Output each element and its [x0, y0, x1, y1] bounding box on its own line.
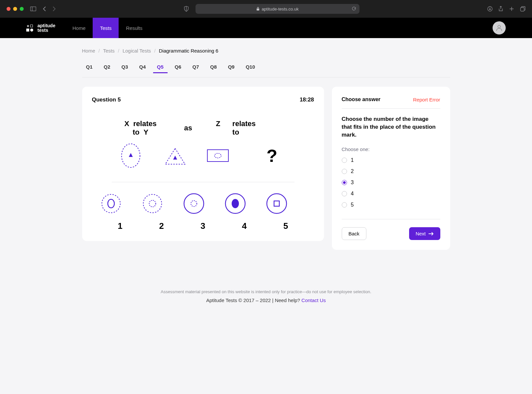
main-nav: Home Tests Results: [65, 18, 150, 38]
sidebar-toggle-icon[interactable]: [30, 7, 36, 11]
question-title: Question 5: [92, 97, 121, 103]
back-icon[interactable]: [43, 6, 46, 11]
radio-icon: [342, 158, 347, 163]
lock-icon: [256, 7, 260, 11]
tabs-icon[interactable]: [520, 6, 525, 12]
report-error-link[interactable]: Report Error: [413, 97, 440, 102]
shape-y: [162, 142, 205, 169]
choice-2[interactable]: 2: [342, 168, 440, 174]
maximize-window[interactable]: [20, 7, 24, 11]
svg-rect-4: [520, 8, 524, 11]
choice-label: 2: [351, 168, 354, 174]
qnav-q4[interactable]: Q4: [135, 61, 150, 73]
nav-results[interactable]: Results: [119, 18, 150, 38]
option-1: 1: [100, 192, 141, 231]
nav-tests[interactable]: Tests: [93, 18, 119, 38]
qnav-q2[interactable]: Q2: [100, 61, 114, 73]
choice-5[interactable]: 5: [342, 202, 440, 208]
choose-one-label: Choose one:: [342, 146, 440, 152]
new-tab-icon[interactable]: [509, 6, 514, 12]
choice-3[interactable]: 3: [342, 180, 440, 186]
logo[interactable]: ✕ aptitude tests: [26, 23, 55, 33]
analogy-gap: as: [162, 124, 215, 138]
choice-label: 3: [351, 180, 354, 186]
back-button[interactable]: Back: [342, 227, 366, 240]
close-window[interactable]: [7, 7, 11, 11]
answer-title: Choose answer: [342, 97, 381, 102]
breadcrumb-separator: /: [154, 48, 155, 54]
window-controls: [7, 7, 24, 11]
analogy-question: [257, 124, 287, 138]
choice-label: 4: [351, 191, 354, 197]
shape-z: [205, 146, 257, 165]
options-row: 1 2 3: [92, 192, 314, 231]
choice-1[interactable]: 1: [342, 157, 440, 163]
avatar[interactable]: [493, 21, 506, 34]
url-text: aptitude-tests.co.uk: [262, 7, 299, 11]
qnav-q10[interactable]: Q10: [242, 61, 259, 73]
choice-label: 1: [351, 157, 354, 163]
svg-rect-10: [207, 150, 228, 162]
answer-panel: Choose answer Report Error Choose the nu…: [332, 87, 450, 250]
breadcrumb-tests[interactable]: Tests: [103, 48, 115, 54]
svg-rect-0: [31, 7, 36, 11]
option-4: 4: [224, 192, 265, 231]
svg-marker-7: [129, 153, 133, 157]
option-3: 3: [182, 192, 224, 231]
breadcrumb-separator: /: [99, 48, 100, 54]
option-2: 2: [141, 192, 182, 231]
option-label: 3: [182, 221, 224, 231]
share-icon[interactable]: [498, 6, 503, 12]
analogy-x: X relates to Y: [119, 120, 162, 142]
breadcrumb-current: Diagrammatic Reasoning 6: [159, 48, 219, 54]
forward-icon[interactable]: [53, 6, 56, 11]
qnav-q8[interactable]: Q8: [206, 61, 221, 73]
qnav-q3[interactable]: Q3: [118, 61, 132, 73]
option-label: 2: [141, 221, 182, 231]
shape-x: [119, 142, 162, 169]
svg-rect-2: [257, 9, 259, 11]
nav-home[interactable]: Home: [65, 18, 93, 38]
app-header: ✕ aptitude tests Home Tests Results: [0, 18, 532, 38]
radio-icon: [342, 169, 347, 174]
option-label: 4: [224, 221, 265, 231]
choices: 12345: [342, 157, 440, 208]
divider: [112, 182, 294, 182]
qnav-q9[interactable]: Q9: [224, 61, 239, 73]
logo-text: aptitude tests: [37, 23, 55, 33]
answer-prompt: Choose the number of the image that fits…: [342, 115, 440, 139]
qnav-q1[interactable]: Q1: [82, 61, 97, 73]
minimize-window[interactable]: [13, 7, 17, 11]
option-label: 5: [265, 221, 307, 231]
option-label: 1: [100, 221, 141, 231]
svg-point-12: [102, 194, 120, 213]
analogy-row: X relates to Y as Z relates to: [92, 120, 314, 142]
next-button[interactable]: Next: [409, 227, 440, 240]
qnav-q6[interactable]: Q6: [171, 61, 185, 73]
shapes-row: ?: [92, 142, 314, 169]
url-bar[interactable]: aptitude-tests.co.uk: [196, 4, 359, 14]
svg-point-14: [143, 194, 162, 213]
qnav-q7[interactable]: Q7: [189, 61, 203, 73]
svg-point-13: [108, 199, 114, 208]
reload-icon[interactable]: [352, 7, 356, 11]
breadcrumb-home[interactable]: Home: [82, 48, 95, 54]
breadcrumb-logical[interactable]: Logical Tests: [123, 48, 151, 54]
shield-icon[interactable]: [184, 6, 189, 12]
svg-marker-9: [173, 156, 177, 160]
radio-icon: [342, 191, 347, 196]
choice-label: 5: [351, 202, 354, 208]
svg-point-11: [215, 153, 221, 158]
svg-rect-21: [274, 201, 279, 206]
logo-mark: ✕: [26, 25, 34, 32]
downloads-icon[interactable]: [487, 6, 493, 12]
user-icon: [495, 24, 503, 32]
svg-point-20: [267, 194, 287, 213]
svg-point-15: [149, 200, 156, 207]
choice-4[interactable]: 4: [342, 191, 440, 197]
browser-chrome: aptitude-tests.co.uk: [0, 0, 532, 18]
qnav-q5[interactable]: Q5: [153, 61, 168, 73]
contact-us-link[interactable]: Contact Us: [301, 297, 326, 303]
footer-copyright: Aptitude Tests © 2017 – 2022 | Need help…: [206, 297, 301, 303]
svg-point-5: [498, 25, 500, 28]
